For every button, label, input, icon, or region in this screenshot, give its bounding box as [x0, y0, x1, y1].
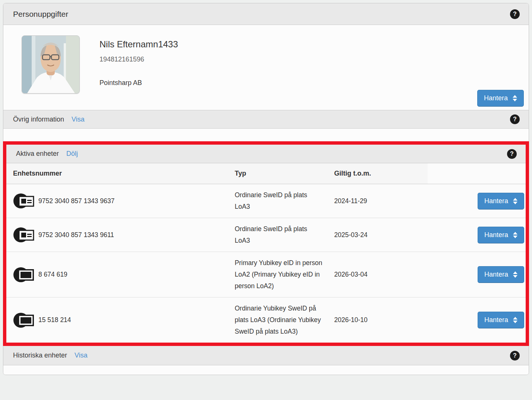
- device-number: 9752 3040 857 1343 9637: [38, 197, 114, 205]
- personuppgifter-card: Personuppgifter ?: [3, 3, 529, 375]
- table-header-row: Enhetsnummer Typ Giltig t.o.m.: [6, 163, 526, 184]
- column-header-giltig: Giltig t.o.m.: [327, 163, 428, 184]
- personal-number: 194812161596: [99, 56, 178, 63]
- row-hantera-button[interactable]: Hantera: [478, 227, 524, 243]
- row-hantera-button[interactable]: Hantera: [478, 193, 524, 210]
- profile-section: Nils Efternamn1433 194812161596 Pointsha…: [3, 25, 529, 110]
- organization-name: Pointsharp AB: [99, 79, 178, 87]
- section-ovrig-information: Övrig information Visa ?: [3, 110, 529, 129]
- profile-hantera-button[interactable]: Hantera: [477, 90, 524, 107]
- dolj-link-aktiva[interactable]: Dölj: [66, 150, 78, 158]
- device-valid-until: 2025-03-24: [327, 218, 428, 252]
- device-row: 9752 3040 857 1343 9611 Ordinarie SweID …: [6, 218, 526, 252]
- up-down-arrows-icon: [513, 271, 517, 278]
- section-historiska-enheter: Historiska enheter Visa ?: [3, 346, 529, 365]
- help-icon[interactable]: ?: [507, 149, 517, 159]
- up-down-arrows-icon: [513, 95, 517, 101]
- help-icon[interactable]: ?: [510, 114, 520, 124]
- section-title-ovrig: Övrig information: [13, 116, 64, 123]
- device-type: Ordinarie SweID på plats LoA3: [228, 184, 327, 218]
- device-type: Ordinarie SweID på plats LoA3: [228, 218, 327, 252]
- section-title-aktiva: Aktiva enheter: [16, 150, 59, 158]
- annotation-red-highlight: Aktiva enheter Dölj ? Enhetsnummer Typ G…: [3, 141, 529, 346]
- section-spacer: [3, 129, 529, 141]
- profile-name: Nils Efternamn1433: [99, 39, 178, 50]
- portrait-image: [22, 36, 79, 93]
- up-down-arrows-icon: [513, 317, 517, 323]
- section-aktiva-enheter: Aktiva enheter Dölj ?: [6, 145, 526, 163]
- device-type: Primary Yubikey eID in person LoA2 (Prim…: [228, 252, 327, 297]
- device-number: 8 674 619: [38, 271, 67, 278]
- device-row: 15 518 214 Ordinarie Yubikey SweID på pl…: [6, 297, 526, 343]
- active-devices-table: Enhetsnummer Typ Giltig t.o.m. 9752 3040…: [6, 163, 526, 343]
- device-row: 9752 3040 857 1343 9637 Ordinarie SweID …: [6, 184, 526, 218]
- security-token-icon: [13, 311, 35, 329]
- device-row: 8 674 619 Primary Yubikey eID in person …: [6, 252, 526, 297]
- profile-info: Nils Efternamn1433 194812161596 Pointsha…: [99, 35, 178, 110]
- help-icon[interactable]: ?: [510, 351, 520, 360]
- card-footer: [3, 365, 529, 375]
- column-header-enhetsnummer: Enhetsnummer: [6, 163, 228, 184]
- device-type: Ordinarie Yubikey SweID på plats LoA3 (O…: [228, 297, 327, 343]
- column-header-typ: Typ: [228, 163, 327, 184]
- device-valid-until: 2026-10-10: [327, 297, 428, 343]
- column-header-actions: [428, 163, 526, 184]
- card-header: Personuppgifter ?: [3, 3, 529, 25]
- security-token-icon: [13, 266, 35, 284]
- row-hantera-button[interactable]: Hantera: [478, 266, 524, 283]
- up-down-arrows-icon: [513, 198, 517, 204]
- visa-link-ovrig[interactable]: Visa: [72, 116, 85, 123]
- id-card-icon: [13, 192, 35, 210]
- row-hantera-button[interactable]: Hantera: [478, 312, 524, 328]
- device-number: 15 518 214: [38, 316, 71, 324]
- page-title: Personuppgifter: [13, 10, 68, 19]
- device-number: 9752 3040 857 1343 9611: [38, 231, 114, 239]
- profile-photo: [22, 35, 80, 94]
- section-title-historiska: Historiska enheter: [13, 352, 67, 359]
- up-down-arrows-icon: [513, 232, 517, 238]
- help-icon[interactable]: ?: [510, 9, 520, 19]
- device-valid-until: 2026-03-04: [327, 252, 428, 297]
- device-valid-until: 2024-11-29: [327, 184, 428, 218]
- visa-link-historiska[interactable]: Visa: [75, 352, 88, 359]
- id-card-icon: [13, 226, 35, 244]
